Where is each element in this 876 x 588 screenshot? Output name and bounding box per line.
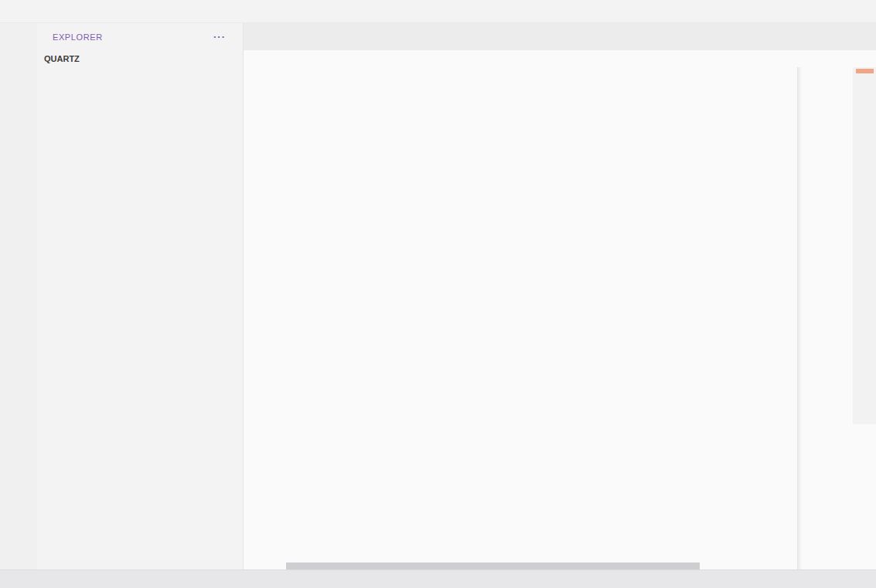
- overview-ruler[interactable]: [853, 67, 876, 569]
- folder-section-label: QUARTZ: [44, 54, 80, 63]
- horizontal-scrollbar[interactable]: [286, 563, 700, 569]
- activity-bar: [0, 23, 37, 569]
- sidebar-title: EXPLORER: [53, 32, 103, 42]
- more-actions-icon[interactable]: ···: [213, 31, 226, 42]
- scrollbar-slider[interactable]: [853, 67, 876, 424]
- explorer-sidebar: EXPLORER ··· QUARTZ: [37, 23, 244, 569]
- file-tree: [37, 67, 243, 569]
- folder-section-header[interactable]: QUARTZ: [37, 50, 243, 67]
- editor-group: [244, 23, 876, 569]
- sidebar-header: EXPLORER ···: [37, 23, 243, 50]
- code-editor[interactable]: [244, 67, 876, 569]
- status-bar: [0, 569, 876, 588]
- tab-bar: [244, 23, 876, 50]
- breadcrumb[interactable]: [244, 50, 876, 67]
- overview-marker: [856, 69, 874, 73]
- workbench: EXPLORER ··· QUARTZ: [0, 23, 876, 569]
- menu-bar: [0, 0, 876, 23]
- minimap[interactable]: [797, 67, 853, 569]
